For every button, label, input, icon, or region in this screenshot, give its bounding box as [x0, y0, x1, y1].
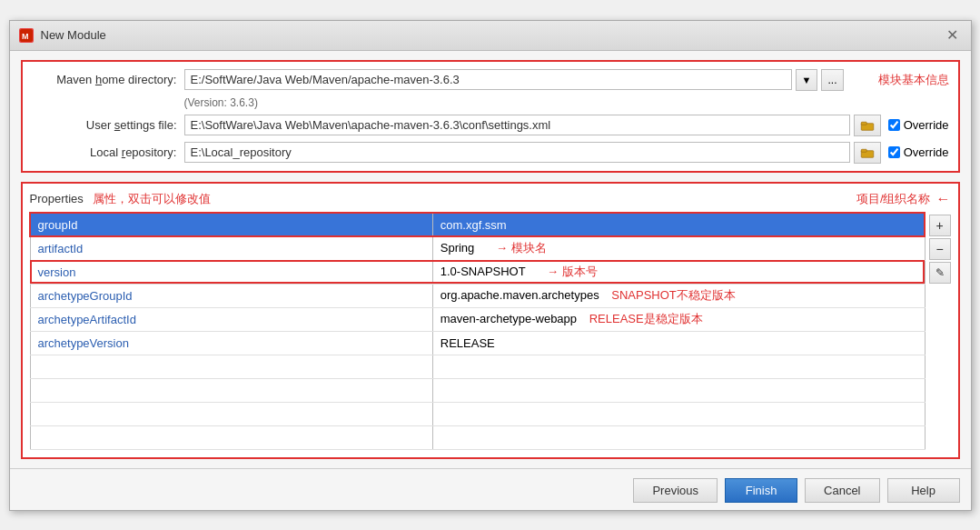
property-key: archetypeGroupId — [30, 284, 432, 307]
local-repo-input-row: Override — [184, 142, 949, 164]
local-repo-override: Override — [888, 145, 949, 159]
annotation-module-name: → 模块名 — [496, 241, 547, 255]
window-title: New Module — [41, 28, 106, 42]
properties-section: Properties 属性，双击可以修改值 项目/组织名称 ← groupId … — [21, 182, 960, 459]
table-row-empty — [30, 425, 925, 449]
annotation-release: RELEASE是稳定版本 — [589, 312, 703, 325]
local-repo-override-label: Override — [904, 145, 949, 159]
table-row[interactable]: artifactId Spring → 模块名 — [30, 236, 925, 260]
annotation-project-container: 项目/组织名称 ← — [856, 191, 951, 207]
maven-home-input-row: ▼ ... — [184, 69, 844, 91]
properties-annotation: 属性，双击可以修改值 — [93, 191, 211, 207]
local-repo-label: Local repository: — [32, 145, 177, 159]
property-key: groupId — [30, 213, 432, 236]
properties-header: Properties 属性，双击可以修改值 项目/组织名称 ← — [30, 191, 951, 207]
annotation-version: → 版本号 — [547, 265, 598, 278]
local-repo-row: Local repository: Override — [32, 142, 949, 164]
annotation-snapshot: SNAPSHOT不稳定版本 — [611, 288, 736, 302]
local-repo-folder[interactable] — [854, 142, 881, 164]
version-row: (Version: 3.6.3) — [32, 96, 949, 109]
arrow-icon-project: ← — [936, 191, 951, 207]
finish-button[interactable]: Finish — [725, 478, 797, 503]
module-info-annotation: 模块基本信息 — [878, 72, 949, 88]
maven-home-label: Maven home directory: — [32, 73, 177, 86]
property-key: archetypeVersion — [30, 331, 432, 355]
property-key: version — [30, 260, 432, 284]
annotation-project: 项目/组织名称 — [856, 191, 931, 207]
content-area: Maven home directory: ▼ ... 模块基本信息 (Vers… — [10, 51, 971, 468]
table-row[interactable]: archetypeGroupId org.apache.maven.archet… — [30, 284, 925, 307]
table-row-empty — [30, 402, 925, 425]
properties-title: Properties — [30, 192, 84, 205]
maven-home-input[interactable] — [184, 69, 792, 90]
table-row[interactable]: archetypeVersion RELEASE — [30, 331, 925, 355]
user-settings-input-row: Override — [184, 115, 949, 136]
remove-property-button[interactable]: − — [929, 238, 951, 260]
property-value: org.apache.maven.archetypes SNAPSHOT不稳定版… — [432, 284, 925, 307]
user-settings-folder[interactable] — [854, 115, 881, 136]
local-repo-override-checkbox[interactable] — [888, 146, 900, 158]
svg-text:M: M — [22, 32, 29, 41]
help-button[interactable]: Help — [887, 478, 960, 503]
maven-home-ellipsis[interactable]: ... — [821, 69, 843, 91]
edit-property-button[interactable]: ✎ — [929, 262, 951, 284]
property-value: RELEASE — [432, 331, 925, 355]
version-text: (Version: 3.6.3) — [184, 96, 258, 109]
footer-buttons: Previous Finish Cancel Help — [10, 469, 971, 510]
local-repo-input[interactable] — [184, 142, 850, 163]
close-button[interactable]: ✕ — [944, 26, 962, 45]
table-row[interactable]: groupId com.xgf.ssm — [30, 213, 925, 236]
cancel-button[interactable]: Cancel — [805, 478, 879, 503]
user-settings-override-checkbox[interactable] — [888, 119, 900, 131]
main-window: M New Module ✕ Maven home directory: ▼ .… — [9, 20, 972, 511]
table-row[interactable]: version 1.0-SNAPSHOT → 版本号 — [30, 260, 925, 284]
property-value: Spring → 模块名 — [432, 236, 925, 260]
svg-rect-5 — [861, 149, 866, 152]
properties-table: groupId com.xgf.ssm artifactId Spring → … — [30, 213, 926, 450]
title-bar-left: M New Module — [19, 28, 106, 43]
table-row-empty — [30, 355, 925, 378]
maven-home-row: Maven home directory: ▼ ... 模块基本信息 — [32, 69, 949, 91]
previous-button[interactable]: Previous — [633, 478, 718, 503]
property-key: artifactId — [30, 236, 432, 260]
user-settings-label: User settings file: — [32, 118, 177, 132]
svg-rect-3 — [861, 122, 866, 125]
user-settings-override: Override — [888, 118, 949, 132]
add-property-button[interactable]: + — [929, 215, 951, 236]
user-settings-input[interactable] — [184, 115, 850, 135]
property-value: com.xgf.ssm — [432, 213, 925, 236]
maven-home-dropdown[interactable]: ▼ — [796, 69, 818, 91]
table-container: groupId com.xgf.ssm artifactId Spring → … — [30, 213, 951, 450]
table-side-buttons: + − ✎ — [926, 213, 951, 450]
table-wrapper: groupId com.xgf.ssm artifactId Spring → … — [30, 213, 926, 450]
table-row[interactable]: archetypeArtifactId maven-archetype-weba… — [30, 307, 925, 331]
app-icon: M — [19, 28, 34, 43]
property-value: 1.0-SNAPSHOT → 版本号 — [432, 260, 925, 284]
user-settings-override-label: Override — [904, 118, 949, 132]
property-key: archetypeArtifactId — [30, 307, 432, 331]
title-bar: M New Module ✕ — [10, 21, 971, 51]
property-value: maven-archetype-webapp RELEASE是稳定版本 — [432, 307, 925, 331]
maven-section: Maven home directory: ▼ ... 模块基本信息 (Vers… — [21, 60, 960, 173]
user-settings-row: User settings file: Override — [32, 115, 949, 136]
table-row-empty — [30, 378, 925, 402]
